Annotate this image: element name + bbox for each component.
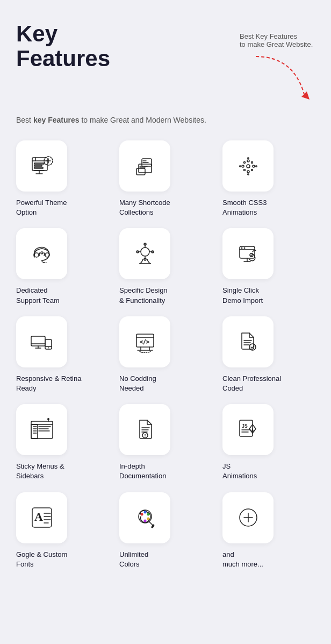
icon-box-shortcode — [119, 140, 170, 192]
feature-colors: UnlimitedColors — [119, 492, 212, 569]
responsive-icon — [29, 329, 55, 355]
svg-point-104 — [143, 520, 146, 522]
docs-icon — [132, 417, 158, 443]
icon-box-sticky — [16, 404, 67, 455]
feature-responsive: Responsive & RetinaReady — [16, 316, 109, 393]
feature-js: JS JSAnimations — [222, 404, 315, 481]
fonts-icon: A — [29, 505, 55, 530]
feature-label-css3: Smooth CSS3Animations — [222, 198, 267, 217]
svg-point-102 — [147, 513, 149, 516]
svg-rect-71 — [31, 421, 53, 438]
feature-label-more: andmuch more... — [222, 550, 263, 569]
feature-powerful-theme: Powerful ThemeOption — [16, 140, 109, 217]
icon-box-responsive — [16, 316, 67, 367]
feature-label-shortcode: Many ShortcodeCollections — [119, 198, 170, 217]
theme-icon — [29, 153, 55, 179]
icon-box-docs — [119, 404, 170, 455]
svg-point-29 — [251, 169, 253, 171]
svg-point-31 — [247, 173, 248, 174]
icon-box-design — [119, 228, 170, 279]
svg-rect-54 — [31, 336, 45, 346]
svg-point-88 — [145, 435, 146, 436]
sticky-icon — [29, 417, 55, 443]
feature-label-fonts: Gogle & CustomFonts — [16, 550, 67, 569]
svg-rect-13 — [136, 168, 145, 175]
svg-marker-0 — [301, 91, 310, 100]
feature-label-responsive: Responsive & RetinaReady — [16, 374, 81, 393]
page-title: KeyFeatures — [16, 22, 110, 71]
feature-css3: Smooth CSS3Animations — [222, 140, 315, 217]
icon-box-js: JS — [222, 404, 274, 455]
nocoding-icon: </> — [132, 329, 158, 355]
svg-text:</>: </> — [140, 339, 149, 345]
svg-point-60 — [48, 348, 49, 349]
svg-point-82 — [47, 418, 49, 420]
svg-text:JS: JS — [242, 423, 248, 429]
feature-fonts: A Gogle & CustomFonts — [16, 492, 109, 569]
svg-point-37 — [141, 247, 149, 256]
icon-box-powerful-theme — [16, 140, 67, 192]
icon-box-colors — [119, 492, 170, 543]
icon-box-nocoding: </> — [119, 316, 170, 367]
svg-point-30 — [247, 157, 248, 158]
dashed-arrow-icon — [250, 51, 315, 105]
header-caption: Best Key Featuresto make Great Website. — [240, 32, 313, 48]
feature-label-js: JSAnimations — [222, 462, 257, 481]
icon-box-demo — [222, 228, 274, 279]
subtitle: Best key Features to make Great and Mode… — [16, 116, 315, 124]
svg-point-101 — [143, 511, 146, 514]
svg-point-24 — [242, 165, 244, 167]
feature-sticky: Sticky Menus &Sidebars — [16, 404, 109, 481]
svg-point-34 — [34, 253, 39, 257]
feature-label-colors: UnlimitedColors — [119, 550, 148, 569]
feature-label-design: Specific Design& Functionality — [119, 286, 168, 305]
design-icon — [132, 241, 158, 267]
feature-demo: Single ClickDemo Import — [222, 228, 315, 305]
more-icon — [235, 505, 261, 530]
feature-label-demo: Single ClickDemo Import — [222, 286, 263, 305]
demo-icon — [235, 241, 261, 267]
svg-point-32 — [239, 165, 240, 166]
svg-point-26 — [243, 161, 245, 163]
svg-point-100 — [140, 513, 143, 516]
svg-point-23 — [247, 171, 249, 173]
icon-box-more — [222, 492, 274, 543]
feature-support: DedicatedSupport Team — [16, 228, 109, 305]
clean-icon — [235, 329, 261, 355]
icon-box-clean — [222, 316, 274, 367]
feature-shortcode: Many ShortcodeCollections — [119, 140, 212, 217]
svg-point-21 — [247, 165, 250, 168]
svg-rect-5 — [34, 165, 42, 166]
js-icon: JS — [235, 417, 261, 443]
support-icon — [29, 241, 55, 267]
svg-point-49 — [241, 247, 242, 249]
features-grid: Powerful ThemeOption Many ShortcodeColle… — [16, 140, 315, 569]
feature-label-powerful-theme: Powerful ThemeOption — [16, 198, 67, 217]
svg-point-33 — [255, 165, 256, 166]
svg-point-103 — [147, 518, 149, 520]
feature-label-clean: Clean ProfessionalCoded — [222, 374, 281, 393]
feature-clean: Clean ProfessionalCoded — [222, 316, 315, 393]
svg-point-25 — [253, 165, 255, 167]
feature-design: Specific Design& Functionality — [119, 228, 212, 305]
svg-point-27 — [251, 161, 253, 163]
shortcode-icon — [132, 153, 158, 179]
css3-icon — [235, 153, 261, 179]
svg-rect-4 — [34, 163, 44, 164]
icon-box-css3 — [222, 140, 274, 192]
feature-label-support: DedicatedSupport Team — [16, 286, 60, 305]
svg-point-50 — [243, 247, 245, 249]
header-section: KeyFeatures Best Key Featuresto make Gre… — [16, 22, 315, 105]
feature-label-sticky: Sticky Menus &Sidebars — [16, 462, 64, 481]
icon-box-fonts: A — [16, 492, 67, 543]
icon-box-support — [16, 228, 67, 279]
feature-nocoding: </> No CoddingNeeded — [119, 316, 212, 393]
feature-label-nocoding: No CoddingNeeded — [119, 374, 156, 393]
feature-docs: In-depthDocumentation — [119, 404, 212, 481]
svg-point-36 — [41, 252, 43, 254]
feature-label-docs: In-depthDocumentation — [119, 462, 166, 481]
svg-text:A: A — [34, 510, 43, 523]
feature-more: andmuch more... — [222, 492, 315, 569]
svg-point-28 — [243, 169, 245, 171]
svg-point-22 — [247, 160, 249, 162]
